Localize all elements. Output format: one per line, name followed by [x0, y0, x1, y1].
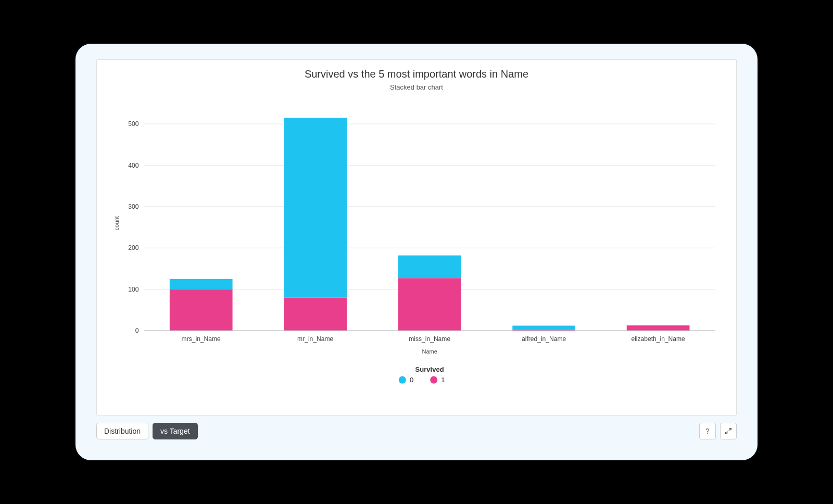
chart-card: Survived vs the 5 most important words i…: [96, 59, 737, 415]
legend-swatch[interactable]: [399, 376, 406, 384]
toolbar: Distribution vs Target ?: [96, 423, 737, 439]
bar-segment[interactable]: [398, 278, 461, 331]
fullscreen-icon: [725, 427, 732, 435]
fullscreen-button[interactable]: [720, 423, 737, 439]
bar-segment[interactable]: [627, 325, 690, 331]
x-axis-label: Name: [422, 348, 437, 355]
bar-segment[interactable]: [512, 325, 575, 330]
svg-text:200: 200: [128, 244, 138, 251]
chart-title: Survived vs the 5 most important words i…: [107, 68, 726, 80]
x-tick-label: miss_in_Name: [409, 335, 450, 343]
vs-target-button[interactable]: vs Target: [153, 423, 198, 439]
legend-label[interactable]: 0: [410, 376, 413, 384]
x-tick-label: alfred_in_Name: [522, 335, 566, 343]
svg-text:400: 400: [128, 162, 138, 169]
distribution-button[interactable]: Distribution: [96, 423, 148, 439]
bar-segment[interactable]: [398, 256, 461, 279]
legend-swatch[interactable]: [430, 376, 437, 384]
bar-segment[interactable]: [627, 325, 690, 326]
legend-title: Survived: [415, 366, 444, 373]
bar-segment[interactable]: [284, 298, 347, 331]
chart-plot[interactable]: 0100200300400500countmrs_in_Namemr_in_Na…: [107, 94, 726, 410]
bar-segment[interactable]: [170, 289, 233, 331]
svg-text:500: 500: [128, 120, 138, 128]
device-frame: Survived vs the 5 most important words i…: [75, 44, 758, 460]
x-tick-label: elizabeth_in_Name: [631, 335, 685, 343]
x-tick-label: mrs_in_Name: [182, 335, 221, 343]
help-icon: ?: [705, 427, 710, 435]
bar-segment[interactable]: [170, 279, 233, 289]
legend-label[interactable]: 1: [441, 376, 445, 384]
x-tick-label: mr_in_Name: [297, 335, 333, 343]
bar-segment[interactable]: [284, 118, 347, 297]
help-button[interactable]: ?: [699, 423, 716, 439]
svg-text:0: 0: [135, 327, 139, 334]
svg-text:300: 300: [128, 203, 138, 210]
chart-subtitle: Stacked bar chart: [107, 83, 726, 91]
svg-text:100: 100: [128, 286, 138, 293]
y-axis-label: count: [113, 216, 120, 230]
